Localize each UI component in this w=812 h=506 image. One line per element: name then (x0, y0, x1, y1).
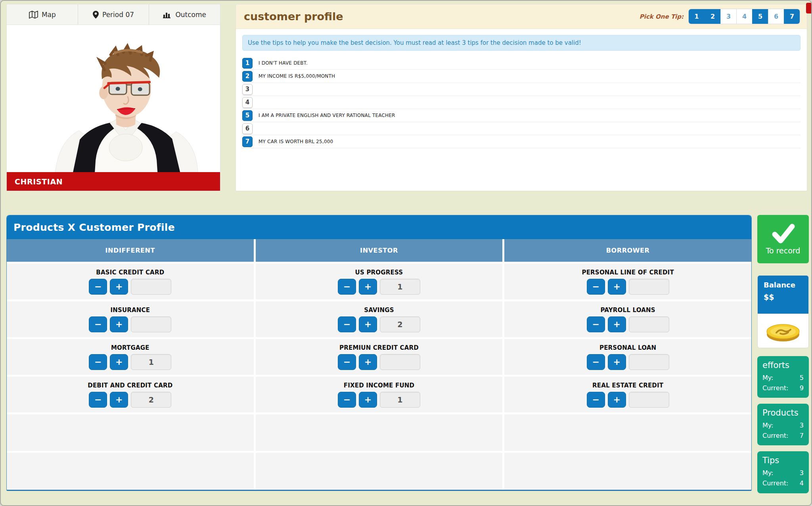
tip-row-7[interactable]: 7MY CAR IS WORTH BRL 25,000 (242, 135, 801, 148)
profile-header: customer profile Pick One Tip: 1234567 (236, 4, 807, 29)
plus-button[interactable]: + (608, 392, 626, 408)
empty-cell (256, 414, 503, 451)
balance-title: Balance (764, 281, 808, 289)
stat-row-label: My: (762, 468, 774, 478)
empty-cell (256, 453, 503, 489)
minus-button[interactable]: − (89, 354, 107, 370)
quantity-input[interactable] (131, 316, 171, 332)
quantity-input[interactable] (629, 392, 669, 408)
stat-row-label: Current: (762, 431, 788, 441)
minus-button[interactable]: − (89, 316, 107, 332)
tip-badge-5[interactable]: 5 (242, 110, 253, 121)
quantity-stepper: −+ (587, 279, 669, 295)
tip-row-5[interactable]: 5I AM A PRIVATE ENGLISH AND VERY RATIONA… (242, 109, 801, 122)
plus-button[interactable]: + (359, 279, 377, 295)
quantity-input[interactable] (629, 279, 669, 295)
tip-badge-1[interactable]: 1 (242, 58, 253, 69)
plus-button[interactable]: + (110, 279, 128, 295)
minus-button[interactable]: − (587, 354, 605, 370)
column-header-borrower: BORROWER (504, 239, 751, 262)
product-name-label: INSURANCE (110, 307, 150, 314)
quantity-input[interactable]: 1 (380, 392, 420, 408)
tip-row-1[interactable]: 1I DON'T HAVE DEBT. (242, 57, 801, 70)
tip-row-2[interactable]: 2MY INCOME IS R$5,000/MONTH (242, 70, 801, 83)
quantity-stepper: −+1 (338, 392, 420, 408)
pick-tip-button-3[interactable]: 3 (720, 9, 736, 24)
tips-list: 1I DON'T HAVE DEBT.2MY INCOME IS R$5,000… (242, 57, 801, 148)
stat-row: Current:4 (762, 478, 804, 489)
plus-button[interactable]: + (359, 392, 377, 408)
tip-badge-2[interactable]: 2 (242, 71, 253, 82)
minus-button[interactable]: − (338, 354, 356, 370)
product-cell: REAL ESTATE CREDIT−+ (504, 377, 751, 412)
tab-period-07[interactable]: Period 07 (78, 4, 149, 25)
quantity-input[interactable] (629, 354, 669, 370)
pick-tip-area: Pick One Tip: 1234567 (640, 9, 800, 24)
plus-button[interactable]: + (608, 316, 626, 332)
tip-badge-7[interactable]: 7 (242, 136, 253, 147)
product-cell: PAYROLL LOANS−+ (504, 301, 751, 337)
quantity-stepper: −+2 (338, 316, 420, 332)
plus-button[interactable]: + (110, 392, 128, 408)
app-window: MapPeriod 07Outcome (0, 0, 812, 506)
tab-label: Map (42, 11, 56, 19)
quantity-input[interactable]: 1 (380, 279, 420, 295)
tip-row-6[interactable]: 6 (242, 122, 801, 135)
plus-button[interactable]: + (359, 354, 377, 370)
to-record-label: To record (766, 246, 801, 255)
column-header-indifferent: INDIFFERENT (7, 239, 254, 262)
quantity-stepper: −+ (587, 316, 669, 332)
quantity-input[interactable]: 2 (380, 316, 420, 332)
quantity-input[interactable]: 1 (131, 354, 171, 370)
customer-photo (7, 25, 220, 172)
pick-tip-label: Pick One Tip: (640, 13, 684, 20)
tip-badge-4[interactable]: 4 (242, 97, 253, 108)
minus-button[interactable]: − (338, 316, 356, 332)
tip-row-3[interactable]: 3 (242, 83, 801, 96)
plus-button[interactable]: + (110, 316, 128, 332)
tip-row-4[interactable]: 4 (242, 96, 801, 109)
minus-button[interactable]: − (89, 392, 107, 408)
quantity-input[interactable] (131, 279, 171, 295)
stat-row: My:5 (762, 373, 804, 383)
pick-tip-button-7[interactable]: 7 (784, 9, 800, 24)
minus-button[interactable]: − (338, 392, 356, 408)
pick-tip-button-6[interactable]: 6 (768, 9, 784, 24)
quantity-stepper: −+ (587, 392, 669, 408)
product-name-label: BASIC CREDIT CARD (96, 269, 164, 276)
pick-tip-button-2[interactable]: 2 (705, 9, 720, 24)
quantity-input[interactable] (629, 316, 669, 332)
product-name-label: PREMIUN CREDIT CARD (339, 344, 419, 351)
product-cell: FIXED INCOME FUND−+1 (256, 377, 503, 412)
pick-tip-button-4[interactable]: 4 (736, 9, 752, 24)
plus-button[interactable]: + (608, 354, 626, 370)
stat-row-value: 9 (800, 383, 804, 393)
stat-card-tips: TipsMy:3Current:4 (757, 451, 809, 493)
tab-map[interactable]: Map (7, 4, 78, 25)
tip-badge-6[interactable]: 6 (242, 123, 253, 134)
plus-button[interactable]: + (608, 279, 626, 295)
quantity-input[interactable]: 2 (131, 392, 171, 408)
minus-button[interactable]: − (89, 279, 107, 295)
minus-button[interactable]: − (587, 279, 605, 295)
tip-badge-3[interactable]: 3 (242, 84, 253, 95)
quantity-stepper: −+ (89, 279, 171, 295)
minus-button[interactable]: − (338, 279, 356, 295)
stat-row-value: 7 (800, 431, 804, 441)
to-record-button[interactable]: To record (757, 215, 809, 263)
stat-card-efforts: effortsMy:5Current:9 (757, 356, 809, 398)
quantity-input[interactable] (380, 354, 420, 370)
product-name-label: REAL ESTATE CREDIT (592, 382, 663, 389)
quantity-stepper: −+1 (89, 354, 171, 370)
tab-outcome[interactable]: Outcome (149, 4, 220, 25)
bar-chart-icon (163, 11, 172, 18)
products-grid: INDIFFERENTINVESTORBORROWERBASIC CREDIT … (7, 239, 751, 489)
pick-tip-button-1[interactable]: 1 (689, 9, 705, 24)
plus-button[interactable]: + (110, 354, 128, 370)
plus-button[interactable]: + (359, 316, 377, 332)
minus-button[interactable]: − (587, 392, 605, 408)
product-name-label: MORTGAGE (111, 344, 149, 351)
stat-row-value: 3 (800, 420, 804, 431)
pick-tip-button-5[interactable]: 5 (752, 9, 768, 24)
minus-button[interactable]: − (587, 316, 605, 332)
